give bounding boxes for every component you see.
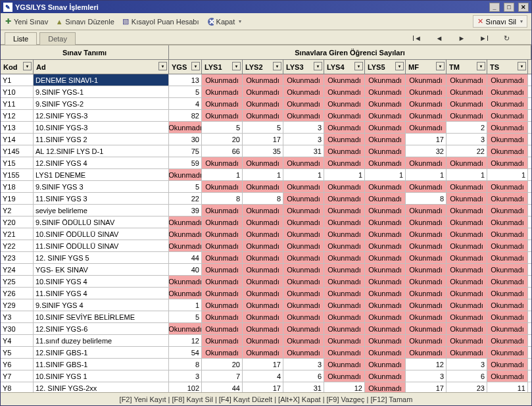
filter-icon[interactable]: ▼ [477,62,485,70]
table-row[interactable]: Y1911.SINIF YGS 32288OkunmadıOkunmadıOku… [1,193,531,205]
cell-val: Okunmadı [406,74,447,86]
table-row[interactable]: Y2611.SINIF YGS 4OkunmadıOkunmadıOkunmad… [1,288,531,299]
filter-icon[interactable]: ▼ [314,62,322,70]
table-row[interactable]: Y611.SINIF GBS-1820173OkunmadıOkunmadı12… [1,359,531,370]
cell-val: Okunmadı [487,299,528,311]
cell-val: Okunmadı [283,299,324,311]
table-row[interactable]: Y24YGS- EK SINAV40OkunmadıOkunmadıOkunma… [1,264,531,276]
new-exam-button[interactable]: ✚ Yeni Sınav [5,18,48,26]
table-row[interactable]: Y2510.SINIF YGS 4OkunmadıOkunmadıOkunmad… [1,276,531,288]
filter-icon[interactable]: ▼ [354,62,363,70]
filter-icon[interactable]: ▼ [518,62,526,70]
nav-refresh-button[interactable]: ↻ [498,32,514,44]
table-row[interactable]: Y109.SINIF YGS-15OkunmadıOkunmadıOkunmad… [1,86,531,98]
cell-val: 8 [243,193,283,204]
cell-val: 13 [169,74,202,86]
table-row[interactable]: Y512.SINIF GBS-154OkunmadıOkunmadıOkunma… [1,347,531,359]
cell-val: Okunmadı [365,216,406,228]
table-row[interactable]: Y155LYS1 DENEMEOkunmadı11111111 [1,169,531,181]
close-action-button[interactable]: Kapat ▾ [207,18,242,26]
tab-liste[interactable]: Liste [5,32,37,45]
table-row[interactable]: Y310.SINIF SEVİYE BELİRLEME5OkunmadıOkun… [1,311,531,323]
col-lys5[interactable]: LYS5▼ [365,60,406,74]
cell-val: 17 [243,134,283,145]
cell-val: Okunmadı [487,181,528,192]
minimize-button[interactable]: _ [489,3,500,12]
cell-val: Okunmadı [202,311,243,322]
table-row[interactable]: Y2seviye belirleme39OkunmadıOkunmadıOkun… [1,205,531,216]
filter-icon[interactable]: ▼ [191,62,200,70]
table-row[interactable]: Y411.sınıf duzey belirleme12OkunmadıOkun… [1,335,531,347]
filter-icon[interactable]: ▼ [395,62,404,70]
cell-ad: seviye belirleme [34,205,169,216]
table-row[interactable]: Y145AL 12.SINIF LYS D-175663531OkunmadıO… [1,145,531,157]
col-ygs[interactable]: YGS▼ [169,60,202,74]
cell-val: 54 [169,347,202,358]
col-lys4[interactable]: LYS4▼ [324,60,365,74]
cell-ad: 11.SINIF GBS-1 [34,359,169,370]
tab-detay[interactable]: Detay [39,32,76,45]
shortcut-score-button[interactable]: ▧ Kısayol Puan Hesabı [122,18,199,26]
cell-ad: 9.SINIF YGS-2 [34,98,169,109]
col-lys3[interactable]: LYS3▼ [283,60,324,74]
col-mf[interactable]: MF▼ [406,60,447,74]
cell-val: 5 [202,122,243,133]
cell-val: 3 [283,134,324,145]
delete-exam-button[interactable]: ✕ Sınavı Sil ▾ [473,15,527,28]
cell-val: 3 [169,370,202,382]
close-button[interactable]: ✕ [518,3,529,12]
filter-icon[interactable]: ▼ [273,62,281,70]
filter-icon[interactable]: ▼ [436,62,445,70]
cell-val: 44 [202,382,243,392]
col-ts[interactable]: TS▼ [487,60,528,74]
nav-first-button[interactable]: I◄ [409,32,425,44]
table-row[interactable]: Y2312. SINIF YGS 544OkunmadıOkunmadıOkun… [1,252,531,264]
table-row[interactable]: Y812. SINIF YGS-2xx10244173112Okunmadı17… [1,382,531,392]
cell-val: 1 [202,169,243,180]
table-row[interactable]: Y119.SINIF YGS-24OkunmadıOkunmadıOkunmad… [1,98,531,110]
col-ad[interactable]: Ad▼ [34,60,169,74]
grid-column-header: Kod▼ Ad▼ YGS▼ LYS1▼ LYS2▼ LYS3▼ LYS4▼ LY… [1,60,531,74]
cell-val: Okunmadı [169,276,202,287]
col-tm[interactable]: TM▼ [447,60,487,74]
col-kod[interactable]: Kod▼ [1,60,34,74]
table-row[interactable]: Y2110.SINIF ÖDÜLLÜ SINAVOkunmadıOkunmadı… [1,228,531,240]
cell-val: Okunmadı [487,134,528,145]
cell-val: Okunmadı [406,288,447,299]
table-row[interactable]: Y2211.SINIF ÖDÜLLÜ SINAVOkunmadıOkunmadı… [1,240,531,252]
cell-val: Okunmadı [283,74,324,86]
cell-val: Okunmadı [365,288,406,299]
cell-ad: 10.SINIF YGS 1 [34,370,169,382]
table-row[interactable]: Y189.SINIF YGS 35OkunmadıOkunmadıOkunmad… [1,181,531,193]
col-lys2[interactable]: LYS2▼ [243,60,283,74]
cell-val: Okunmadı [365,122,406,133]
grid-body[interactable]: Y1DENEME SINAVI-113OkunmadıOkunmadıOkunm… [1,74,531,392]
table-row[interactable]: Y1212.SINIF YGS-382OkunmadıOkunmadıOkunm… [1,110,531,122]
table-row[interactable]: Y209.SINIF ÖDÜLLÜ SINAVOkunmadıOkunmadıO… [1,216,531,228]
cell-val: 5 [169,181,202,192]
edit-exam-button[interactable]: ▲ Sınavı Düzenle [56,18,114,26]
table-row[interactable]: Y1411.SINIF YGS 23020173OkunmadıOkunmadı… [1,134,531,145]
table-row[interactable]: Y1DENEME SINAVI-113OkunmadıOkunmadıOkunm… [1,74,531,86]
cell-val: 22 [447,145,487,157]
maximize-button[interactable]: □ [504,3,514,12]
cell-val: Okunmadı [169,169,202,180]
cell-val: Okunmadı [243,288,283,299]
cell-val: Okunmadı [487,122,528,133]
filter-icon[interactable]: ▼ [158,62,167,70]
table-row[interactable]: Y710.SINIF YGS 13746OkunmadıOkunmadı36Ok… [1,370,531,382]
nav-next-button[interactable]: ► [454,32,470,44]
nav-last-button[interactable]: ►I [476,32,492,44]
cell-val: Okunmadı [406,216,447,228]
filter-icon[interactable]: ▼ [23,62,32,70]
nav-prev-button[interactable]: ◄ [431,32,447,44]
cell-kod: Y18 [1,181,34,192]
table-row[interactable]: Y1310.SINIF YGS-3Okunmadı553OkunmadıOkun… [1,122,531,134]
table-row[interactable]: Y3012.SINIF YGS-6OkunmadıOkunmadıOkunmad… [1,323,531,335]
table-row[interactable]: Y1512.SINIF YGS 459OkunmadıOkunmadıOkunm… [1,157,531,169]
table-row[interactable]: Y299.SINIF YGS 41OkunmadıOkunmadıOkunmad… [1,299,531,311]
col-lys1[interactable]: LYS1▼ [202,60,243,74]
cell-kod: Y3 [1,311,34,322]
filter-icon[interactable]: ▼ [232,62,241,70]
cell-val: Okunmadı [406,311,447,322]
